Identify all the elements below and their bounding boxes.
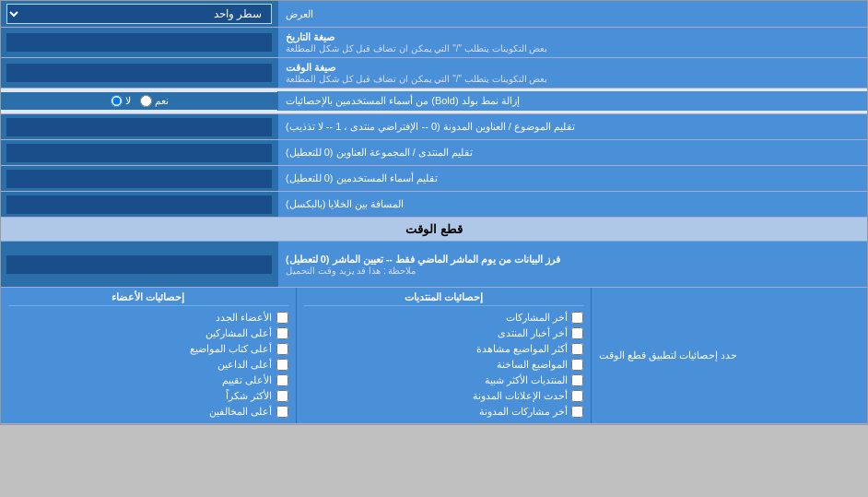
checkboxes-container: حدد إحصائيات لتطبيق قطع الوقت إحصائيات ا…: [1, 288, 867, 424]
checkbox-top-invitors[interactable]: [276, 359, 288, 371]
bold-remove-options[interactable]: نعم لا: [1, 92, 277, 110]
time-format-label: صيغة الوقت بعض التكوينات يتطلب "/" التي …: [277, 58, 867, 88]
checkbox-new-members[interactable]: [276, 312, 288, 324]
bold-remove-row: إزالة نمط بولد (Bold) من أسماء المستخدمي…: [1, 89, 867, 114]
forum-limit-row: تقليم المنتدى / المجموعة العناوين (0 للت…: [1, 140, 867, 166]
forums-stats-col: إحصائيات المنتديات أخر المشاركات أخر أخب…: [296, 288, 592, 423]
checkbox-item: أعلى كتاب المواضيع: [8, 341, 288, 357]
time-cutoff-header: قطع الوقت: [1, 218, 867, 242]
checkbox-item: المنتديات الأكثر شبية: [304, 373, 584, 388]
checkbox-most-thanked[interactable]: [276, 390, 288, 402]
checkbox-top-violators[interactable]: [276, 406, 288, 418]
members-stats-header: إحصائيات الأعضاء: [8, 291, 288, 306]
date-format-row: صيغة التاريخ بعض التكوينات يتطلب "/" الت…: [1, 28, 867, 58]
time-format-field[interactable]: H:i: [6, 64, 272, 82]
cell-spacing-input[interactable]: 2: [1, 192, 277, 217]
users-limit-label: تقليم أسماء المستخدمين (0 للتعطيل): [277, 166, 867, 191]
date-format-input[interactable]: d-m: [1, 28, 277, 57]
forum-limit-field[interactable]: 33: [6, 144, 272, 162]
time-cutoff-label: فرز البيانات من يوم الماشر الماضي فقط --…: [277, 242, 867, 287]
checkbox-item: المواضيع الساخنة: [304, 357, 584, 373]
topics-limit-label: تقليم الموضوع / العناوين المدونة (0 -- ا…: [277, 114, 867, 139]
users-limit-row: تقليم أسماء المستخدمين (0 للتعطيل) 0: [1, 166, 867, 192]
main-container: العرض سطر واحد سطرين ثلاثة أسطر صيغة الت…: [0, 0, 868, 425]
date-format-field[interactable]: d-m: [6, 33, 272, 52]
topics-limit-field[interactable]: 33: [6, 118, 272, 136]
display-mode-input[interactable]: سطر واحد سطرين ثلاثة أسطر: [1, 1, 277, 27]
bold-yes-option[interactable]: نعم: [140, 95, 169, 107]
members-stats-col: إحصائيات الأعضاء الأعضاء الجدد أعلى المش…: [1, 288, 296, 423]
checkbox-item: أعلى المشاركين: [8, 325, 288, 341]
bold-remove-label: إزالة نمط بولد (Bold) من أسماء المستخدمي…: [277, 91, 867, 111]
time-cutoff-input[interactable]: 0: [1, 242, 277, 287]
checkbox-item: أعلى المخالفين: [8, 404, 288, 420]
cell-spacing-row: المسافة بين الخلايا (بالبكسل) 2: [1, 192, 867, 218]
forums-stats-header: إحصائيات المنتديات: [304, 291, 584, 306]
apply-label: حدد إحصائيات لتطبيق قطع الوقت: [591, 288, 867, 423]
topics-limit-input[interactable]: 33: [1, 114, 277, 139]
bold-no-option[interactable]: لا: [111, 95, 131, 107]
cell-spacing-label: المسافة بين الخلايا (بالبكسل): [277, 192, 867, 217]
display-mode-select[interactable]: سطر واحد سطرين ثلاثة أسطر: [6, 4, 272, 24]
topics-limit-row: تقليم الموضوع / العناوين المدونة (0 -- ا…: [1, 114, 867, 140]
checkbox-item: أخر أخبار المنتدى: [304, 325, 584, 341]
time-format-input[interactable]: H:i: [1, 58, 277, 88]
checkbox-item: أخر مشاركات المدونة: [304, 404, 584, 420]
checkbox-last-news[interactable]: [571, 327, 583, 339]
checkbox-latest-announcements[interactable]: [571, 390, 583, 402]
bold-no-radio[interactable]: [111, 95, 123, 107]
checkbox-top-rated[interactable]: [276, 374, 288, 386]
checkbox-top-posters[interactable]: [276, 327, 288, 339]
checkbox-last-posts[interactable]: [571, 312, 583, 324]
time-cutoff-row: فرز البيانات من يوم الماشر الماضي فقط --…: [1, 242, 867, 288]
users-limit-input[interactable]: 0: [1, 166, 277, 191]
checkbox-most-viewed[interactable]: [571, 343, 583, 355]
checkbox-item: أعلى الداعين: [8, 357, 288, 373]
checkbox-blog-posts[interactable]: [571, 406, 583, 418]
bold-yes-radio[interactable]: [140, 95, 152, 107]
checkbox-item: أخر المشاركات: [304, 310, 584, 325]
checkbox-item: الأكثر شكراً: [8, 388, 288, 404]
checkbox-top-writers[interactable]: [276, 343, 288, 355]
checkbox-item: أكثر المواضيع مشاهدة: [304, 341, 584, 357]
forum-limit-input[interactable]: 33: [1, 140, 277, 165]
cell-spacing-field[interactable]: 2: [6, 195, 272, 214]
time-format-row: صيغة الوقت بعض التكوينات يتطلب "/" التي …: [1, 58, 867, 89]
display-mode-label: العرض: [277, 1, 867, 27]
forum-limit-label: تقليم المنتدى / المجموعة العناوين (0 للت…: [277, 140, 867, 165]
date-format-label: صيغة التاريخ بعض التكوينات يتطلب "/" الت…: [277, 28, 867, 57]
users-limit-field[interactable]: 0: [6, 170, 272, 188]
checkbox-hot-topics[interactable]: [571, 359, 583, 371]
time-cutoff-field[interactable]: 0: [6, 255, 272, 274]
checkbox-item: الأعضاء الجدد: [8, 310, 288, 325]
checkbox-item: الأعلى تقييم: [8, 373, 288, 388]
checkbox-most-similar[interactable]: [571, 374, 583, 386]
display-mode-row: العرض سطر واحد سطرين ثلاثة أسطر: [1, 1, 867, 28]
checkbox-item: أحدث الإعلانات المدونة: [304, 388, 584, 404]
